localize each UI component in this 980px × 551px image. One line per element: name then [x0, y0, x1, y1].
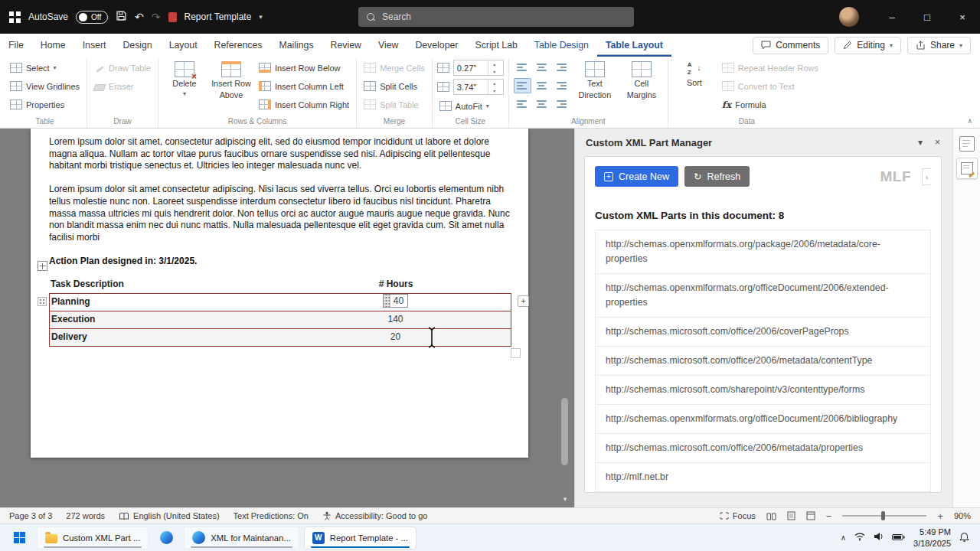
start-button[interactable] — [6, 527, 32, 549]
tab-view[interactable]: View — [370, 34, 407, 57]
split-cells-button[interactable]: Split Cells — [361, 77, 427, 95]
merge-cells-button[interactable]: Merge Cells — [361, 59, 427, 77]
column-width-spinner[interactable]: ▴▾ — [453, 79, 504, 95]
print-layout-button[interactable] — [787, 511, 795, 520]
zoom-out-button[interactable]: − — [826, 511, 832, 521]
panel-collapse-icon[interactable]: ‹ — [922, 168, 931, 185]
tab-review[interactable]: Review — [322, 34, 370, 57]
focus-mode-button[interactable]: Focus — [720, 511, 756, 520]
zoom-level[interactable]: 90% — [954, 511, 971, 520]
sort-button[interactable]: AZ↓ Sort — [673, 59, 716, 88]
tab-home[interactable]: Home — [32, 34, 74, 57]
autofit-button[interactable]: AutoFit▾ — [437, 97, 504, 115]
header-hours[interactable]: # Hours — [280, 279, 511, 291]
collapse-ribbon-icon[interactable]: ∧ — [967, 117, 972, 125]
formula-button[interactable]: fxFormula — [720, 96, 821, 113]
row-height-arrows[interactable]: ▴▾ — [488, 60, 501, 75]
create-new-button[interactable]: + Create New — [595, 166, 678, 187]
insert-column-left-button[interactable]: Insert Column Left — [256, 77, 351, 95]
tray-clock[interactable]: 5:49 PM 3/18/2025 — [913, 527, 951, 549]
cell-margins-button[interactable]: CellMargins — [620, 59, 663, 100]
align-bottom-left-button[interactable] — [514, 96, 531, 111]
table-row-planning[interactable]: Planning 40 — [49, 293, 511, 311]
xml-part-item[interactable]: http://schemas.microsoft.com/office/2006… — [595, 433, 931, 463]
delete-button[interactable]: Delete▾ — [163, 59, 206, 98]
tab-table-layout[interactable]: Table Layout — [597, 34, 671, 57]
xml-part-item[interactable]: http://schemas.openxmlformats.org/packag… — [595, 230, 931, 274]
tab-references[interactable]: References — [206, 34, 271, 57]
tab-insert[interactable]: Insert — [74, 34, 115, 57]
align-center-button[interactable] — [533, 78, 550, 93]
paragraph-1[interactable]: Lorem ipsum dolor sit amet, consectetur … — [49, 136, 511, 172]
zoom-in-button[interactable]: + — [937, 511, 943, 521]
tab-design[interactable]: Design — [114, 34, 160, 57]
word-app-icon[interactable] — [9, 11, 21, 23]
xml-part-item[interactable]: http://schemas.microsoft.com/office/2006… — [595, 346, 931, 376]
maximize-button[interactable]: □ — [910, 0, 945, 34]
table-row-delivery[interactable]: Delivery 20 — [49, 328, 511, 347]
xml-part-item[interactable]: http://schemas.microsoft.com/office/2006… — [595, 317, 931, 347]
panel-close-icon[interactable]: × — [935, 137, 940, 148]
table-move-handle[interactable] — [38, 261, 47, 271]
user-avatar[interactable] — [839, 7, 859, 27]
panel-options-icon[interactable]: ▾ — [918, 137, 923, 148]
split-table-button[interactable]: Split Table — [361, 96, 427, 113]
tab-layout[interactable]: Layout — [161, 34, 206, 57]
tab-mailings[interactable]: Mailings — [271, 34, 322, 57]
align-top-left-button[interactable] — [514, 60, 531, 76]
comments-button[interactable]: Comments — [753, 37, 828, 54]
battery-icon[interactable] — [892, 533, 905, 543]
row-drag-handle[interactable] — [38, 297, 47, 306]
wifi-icon[interactable] — [854, 532, 865, 543]
editor-pane-tab-button[interactable] — [956, 158, 978, 179]
draw-table-button[interactable]: Draw Table — [92, 59, 153, 77]
close-button[interactable]: × — [945, 0, 980, 34]
document-title[interactable]: Report Template — [185, 11, 252, 22]
text-direction-button[interactable]: TextDirection — [573, 59, 616, 100]
task-table[interactable]: + Task Description # Hours Planning 40 E… — [49, 275, 511, 347]
align-top-right-button[interactable] — [552, 60, 570, 76]
convert-to-text-button[interactable]: Convert to Text — [720, 77, 821, 95]
row-height-spinner[interactable]: ▴▾ — [453, 60, 504, 76]
table-header-row[interactable]: Task Description # Hours — [49, 275, 511, 294]
search-input[interactable]: Search — [358, 7, 634, 27]
content-control-handle-icon[interactable] — [384, 295, 390, 307]
align-top-center-button[interactable] — [533, 60, 550, 76]
vertical-scrollbar-thumb[interactable] — [561, 398, 568, 465]
page-indicator[interactable]: Page 3 of 3 — [9, 511, 52, 520]
taskbar-item-xml-maintenance[interactable]: XML for Maintanan... — [184, 527, 299, 549]
taskbar-edge-pinned[interactable] — [153, 527, 179, 549]
share-button[interactable]: Share ▾ — [907, 37, 971, 54]
tab-table-design[interactable]: Table Design — [526, 34, 597, 57]
title-dropdown-icon[interactable]: ▾ — [259, 13, 263, 21]
repeat-header-rows-button[interactable]: Repeat Header Rows — [720, 59, 821, 77]
document-page[interactable]: Lorem ipsum dolor sit amet, consectetur … — [31, 129, 528, 458]
insert-column-right-button[interactable]: Insert Column Right — [256, 96, 351, 113]
action-plan-heading[interactable]: Action Plan designed in: 3/1/2025. — [49, 256, 511, 268]
properties-button[interactable]: Properties — [8, 96, 82, 113]
word-count[interactable]: 272 words — [66, 511, 105, 520]
task-pane-tab-icon[interactable] — [959, 136, 975, 152]
hours-content-control[interactable]: 40 — [383, 294, 408, 308]
tab-file[interactable]: File — [0, 34, 32, 57]
align-bottom-right-button[interactable] — [552, 96, 570, 111]
align-bottom-center-button[interactable] — [533, 96, 550, 111]
tray-overflow-icon[interactable]: ∧ — [841, 533, 846, 542]
minimize-button[interactable]: – — [874, 0, 910, 34]
xml-part-item[interactable]: http://schemas.microsoft.com/sharepoint/… — [595, 375, 931, 405]
text-predictions[interactable]: Text Predictions: On — [234, 511, 309, 520]
zoom-slider[interactable] — [842, 515, 926, 517]
align-center-left-button[interactable] — [514, 78, 531, 93]
redo-icon[interactable]: ↷ — [152, 11, 161, 22]
zoom-slider-thumb[interactable] — [881, 511, 885, 520]
insert-row-plus-button[interactable]: + — [518, 295, 529, 307]
accessibility-status[interactable]: Accessibility: Good to go — [322, 511, 427, 520]
document-canvas[interactable]: Lorem ipsum dolor sit amet, consectetur … — [0, 129, 574, 507]
read-mode-button[interactable] — [766, 512, 776, 520]
paragraph-2[interactable]: Lorem ipsum dolor sit amet consectetur a… — [49, 184, 511, 244]
view-gridlines-button[interactable]: View Gridlines — [8, 77, 82, 95]
web-layout-button[interactable] — [806, 511, 815, 520]
header-task-description[interactable]: Task Description — [49, 279, 280, 291]
insert-row-above-button[interactable]: Insert RowAbove — [210, 59, 253, 100]
table-row-execution[interactable]: Execution 140 — [49, 311, 511, 329]
